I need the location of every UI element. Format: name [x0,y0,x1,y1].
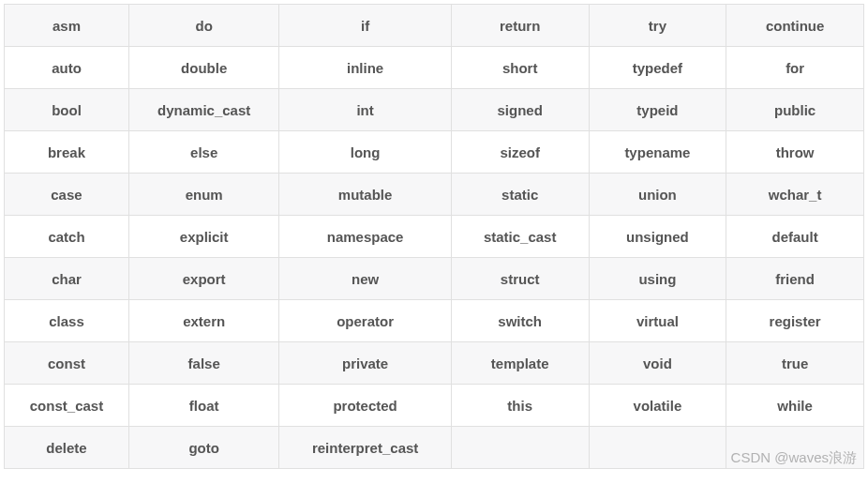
table-row: class extern operator switch virtual reg… [5,300,864,342]
table-cell: const_cast [5,385,129,427]
table-cell: class [5,300,129,342]
table-row: asm do if return try continue [5,5,864,47]
table-cell: char [5,258,129,300]
table-cell: const [5,342,129,385]
table-cell: friend [726,258,864,300]
table-cell: asm [5,5,129,47]
table-cell: typedef [589,47,726,89]
table-cell: else [128,131,278,174]
table-cell: short [451,47,589,89]
table-cell: dynamic_cast [128,89,278,131]
table-cell [589,427,726,469]
table-cell: namespace [279,216,451,258]
table-cell [726,427,864,469]
keywords-table: asm do if return try continue auto doubl… [4,4,864,469]
table-cell: double [128,47,278,89]
table-cell: inline [279,47,451,89]
table-cell: wchar_t [726,174,864,216]
table-cell: continue [726,5,864,47]
table-row: char export new struct using friend [5,258,864,300]
table-cell: while [726,385,864,427]
table-cell: reinterpret_cast [279,427,451,469]
table-row: auto double inline short typedef for [5,47,864,89]
table-cell: true [726,342,864,385]
table-cell: float [128,385,278,427]
table-cell: case [5,174,129,216]
table-cell: struct [451,258,589,300]
table-cell: enum [128,174,278,216]
table-row: catch explicit namespace static_cast uns… [5,216,864,258]
table-cell: extern [128,300,278,342]
table-cell: switch [451,300,589,342]
table-cell: private [279,342,451,385]
table-cell: typeid [589,89,726,131]
table-cell: static_cast [451,216,589,258]
table-row: const false private template void true [5,342,864,385]
table-cell: mutable [279,174,451,216]
table-cell: break [5,131,129,174]
table-cell: catch [5,216,129,258]
table-cell: throw [726,131,864,174]
table-cell: static [451,174,589,216]
table-cell: signed [451,89,589,131]
table-cell: void [589,342,726,385]
table-cell: false [128,342,278,385]
table-cell: using [589,258,726,300]
table-cell: long [279,131,451,174]
table-cell: virtual [589,300,726,342]
table-cell: try [589,5,726,47]
table-cell: public [726,89,864,131]
table-cell: default [726,216,864,258]
table-cell: this [451,385,589,427]
table-cell [451,427,589,469]
table-cell: delete [5,427,129,469]
table-cell: new [279,258,451,300]
table-cell: register [726,300,864,342]
table-cell: explicit [128,216,278,258]
table-row: delete goto reinterpret_cast [5,427,864,469]
table-cell: protected [279,385,451,427]
table-row: const_cast float protected this volatile… [5,385,864,427]
table-cell: unsigned [589,216,726,258]
table-row: break else long sizeof typename throw [5,131,864,174]
table-cell: template [451,342,589,385]
table-cell: if [279,5,451,47]
table-cell: union [589,174,726,216]
table-cell: return [451,5,589,47]
table-row: bool dynamic_cast int signed typeid publ… [5,89,864,131]
table-cell: bool [5,89,129,131]
table-cell: export [128,258,278,300]
table-cell: for [726,47,864,89]
table-cell: operator [279,300,451,342]
table-row: case enum mutable static union wchar_t [5,174,864,216]
table-cell: sizeof [451,131,589,174]
table-cell: typename [589,131,726,174]
table-cell: do [128,5,278,47]
table-cell: goto [128,427,278,469]
table-cell: int [279,89,451,131]
table-cell: volatile [589,385,726,427]
table-cell: auto [5,47,129,89]
